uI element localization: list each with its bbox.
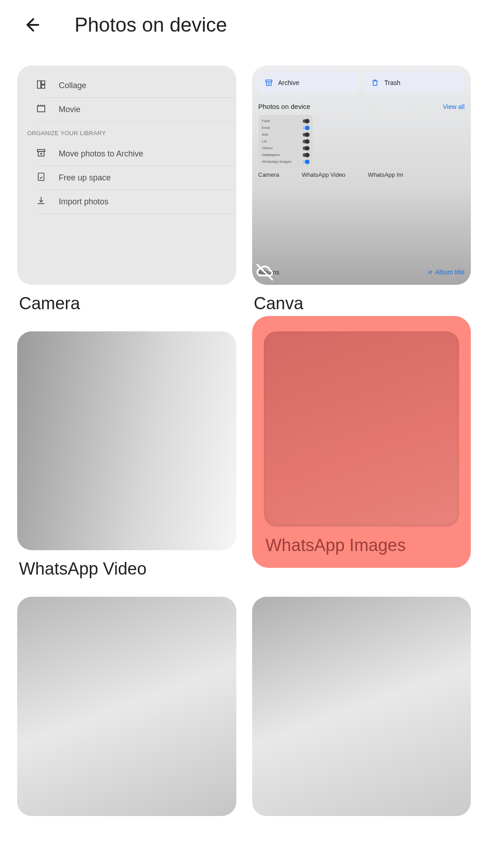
page-title: Photos on device	[75, 14, 227, 36]
svg-rect-1	[38, 80, 41, 88]
folder-item[interactable]	[252, 597, 471, 816]
swap-vert-icon	[427, 269, 433, 275]
import-icon	[36, 196, 50, 208]
folder-label: Camera	[17, 294, 236, 313]
folder-item-camera[interactable]: Collage Movie ORGANIZE YOUR LIBRARY Move…	[17, 66, 236, 313]
folder-thumbnail	[17, 331, 236, 551]
menu-row: Free up space	[40, 166, 234, 190]
folder-item[interactable]	[17, 597, 236, 816]
app-header: Photos on device	[0, 0, 488, 50]
collage-icon	[36, 80, 50, 92]
folder-item-canva[interactable]: Archive Trash Photos on device View all …	[252, 66, 471, 313]
menu-row: Move photos to Archive	[40, 142, 234, 166]
chip-archive: Archive	[258, 72, 358, 94]
folder-grid: Collage Movie ORGANIZE YOUR LIBRARY Move…	[0, 50, 488, 816]
folder-item-whatsapp-images[interactable]: WhatsApp Images	[252, 331, 471, 579]
chip-trash: Trash	[365, 72, 465, 94]
highlight-overlay: WhatsApp Images	[252, 316, 471, 568]
folder-label: WhatsApp Images	[264, 536, 460, 555]
back-button[interactable]	[18, 11, 45, 38]
folder-thumbnail	[252, 597, 471, 816]
arrow-back-icon	[22, 15, 42, 35]
menu-row: Movie	[40, 98, 234, 122]
archive-icon	[36, 148, 50, 160]
toggle-card: Funk Exxa Arts Lst Videos Wallpapers Wha…	[258, 115, 313, 168]
menu-section-title: ORGANIZE YOUR LIBRARY	[17, 122, 236, 142]
svg-rect-4	[38, 106, 45, 112]
free-up-icon	[36, 172, 50, 184]
trash-icon	[371, 79, 379, 87]
folder-label: Canva	[252, 294, 471, 313]
svg-rect-7	[38, 173, 44, 180]
menu-row: Collage	[40, 74, 234, 98]
svg-rect-2	[42, 80, 45, 84]
movie-icon	[36, 104, 50, 116]
sort-button: Album title	[427, 269, 465, 276]
archive-icon	[265, 79, 273, 87]
svg-rect-3	[42, 85, 45, 88]
folder-thumbnail: Collage Movie ORGANIZE YOUR LIBRARY Move…	[17, 66, 236, 285]
folder-thumbnail	[17, 597, 236, 816]
menu-row: Import photos	[40, 190, 234, 214]
folder-thumbnail: Archive Trash Photos on device View all …	[252, 66, 471, 285]
section-label: Photos on device	[258, 103, 310, 110]
folder-thumbnail	[264, 331, 460, 527]
folder-label: WhatsApp Video	[17, 559, 236, 579]
cloud-off-icon	[255, 262, 275, 282]
view-all-link: View all	[443, 103, 465, 110]
folder-item-whatsapp-video[interactable]: WhatsApp Video	[17, 331, 236, 579]
